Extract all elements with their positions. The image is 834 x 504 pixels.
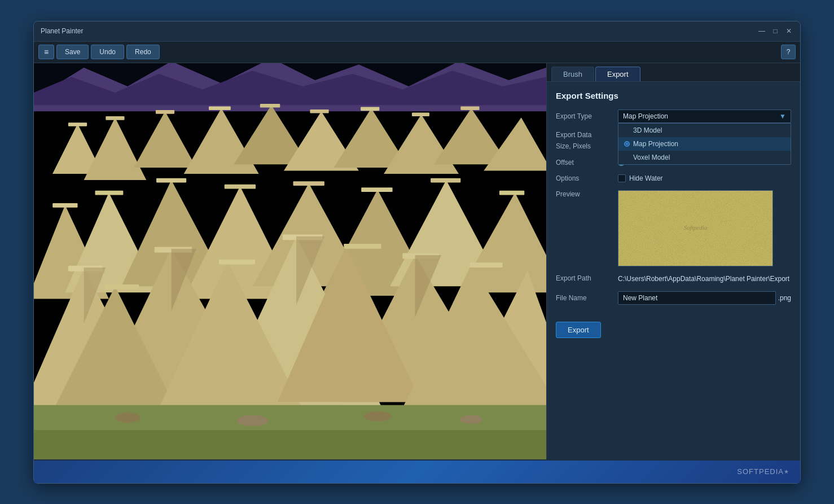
terrain-canvas bbox=[34, 63, 546, 459]
dropdown-item-label: Voxel Model bbox=[633, 154, 670, 161]
preview-watermark-text: Softpedia bbox=[684, 224, 708, 231]
radio-empty bbox=[624, 128, 630, 133]
preview-box: Softpedia bbox=[618, 190, 773, 266]
title-bar: Planet Painter — □ ✕ bbox=[34, 21, 800, 42]
taskbar: SOFTPEDIA★ bbox=[34, 461, 800, 483]
svg-rect-22 bbox=[412, 112, 429, 116]
svg-rect-17 bbox=[156, 110, 174, 114]
svg-point-64 bbox=[237, 415, 268, 426]
dropdown-value-text: Map Projection bbox=[623, 112, 668, 120]
svg-rect-15 bbox=[68, 122, 87, 126]
svg-rect-38 bbox=[431, 178, 460, 182]
dropdown-item-label: 3D Model bbox=[633, 126, 662, 134]
export-path-value: C:\Users\Robert\AppData\Roaming\Planet P… bbox=[618, 275, 789, 283]
svg-rect-35 bbox=[225, 184, 256, 189]
viewport bbox=[34, 63, 546, 459]
svg-rect-16 bbox=[106, 116, 124, 120]
minimize-button[interactable]: — bbox=[757, 27, 766, 36]
svg-rect-62 bbox=[34, 430, 546, 459]
svg-marker-6 bbox=[84, 117, 147, 180]
softpedia-star: ★ bbox=[784, 468, 789, 475]
svg-rect-33 bbox=[95, 190, 124, 195]
export-type-dropdown[interactable]: Map Projection ▼ 3D Model Map bbox=[618, 109, 791, 123]
options-label: Options bbox=[556, 174, 618, 182]
window-title: Planet Painter bbox=[41, 27, 757, 35]
menu-button[interactable]: ≡ bbox=[38, 45, 54, 59]
svg-point-65 bbox=[364, 411, 392, 421]
hide-water-checkbox[interactable] bbox=[618, 174, 626, 182]
options-row: Options Hide Water bbox=[556, 174, 791, 182]
close-button[interactable]: ✕ bbox=[784, 27, 793, 36]
svg-rect-20 bbox=[310, 109, 328, 113]
svg-rect-54 bbox=[219, 259, 255, 264]
hide-water-option: Hide Water bbox=[618, 174, 791, 182]
dropdown-item-voxel-model[interactable]: Voxel Model bbox=[618, 151, 791, 164]
file-name-label: File Name bbox=[556, 294, 618, 302]
export-path-content: C:\Users\Robert\AppData\Roaming\Planet P… bbox=[618, 274, 791, 284]
undo-button[interactable]: Undo bbox=[91, 45, 124, 59]
right-panel: Brush Export Export Settings Export Type… bbox=[546, 63, 800, 459]
svg-rect-19 bbox=[260, 103, 280, 107]
file-extension: .png bbox=[778, 294, 791, 302]
softpedia-label: SOFTPEDIA bbox=[737, 467, 784, 476]
app-window: Planet Painter — □ ✕ ≡ Save Undo Redo ? bbox=[33, 21, 801, 484]
export-data-label: Export Data bbox=[556, 131, 618, 139]
toolbar: ≡ Save Undo Redo ? bbox=[34, 42, 800, 63]
redo-button[interactable]: Redo bbox=[126, 45, 160, 59]
hide-water-label: Hide Water bbox=[629, 174, 663, 182]
svg-rect-39 bbox=[499, 190, 524, 195]
size-pixels-label: Size, Pixels bbox=[556, 142, 618, 150]
dropdown-list: 3D Model Map Projection Voxel Model bbox=[618, 123, 791, 165]
filename-row: .png bbox=[618, 291, 791, 305]
svg-point-63 bbox=[115, 412, 140, 422]
window-controls: — □ ✕ bbox=[757, 27, 793, 36]
svg-rect-36 bbox=[293, 181, 324, 186]
export-settings-title: Export Settings bbox=[556, 91, 791, 100]
offset-label: Offset bbox=[556, 159, 618, 166]
tab-export[interactable]: Export bbox=[595, 67, 640, 81]
svg-rect-53 bbox=[104, 284, 139, 289]
preview-svg: Softpedia bbox=[618, 191, 772, 266]
export-panel: Export Settings Export Type Map Projecti… bbox=[547, 82, 800, 459]
svg-rect-21 bbox=[361, 107, 379, 111]
tab-bar: Brush Export bbox=[547, 63, 800, 82]
svg-marker-7 bbox=[134, 111, 196, 168]
dropdown-item-3d-model[interactable]: 3D Model bbox=[618, 124, 791, 137]
save-button[interactable]: Save bbox=[56, 45, 89, 59]
dropdown-item-map-projection[interactable]: Map Projection bbox=[618, 137, 791, 151]
svg-rect-56 bbox=[470, 262, 503, 268]
export-type-row: Export Type Map Projection ▼ 3D Model bbox=[556, 109, 791, 123]
preview-row: Preview bbox=[556, 190, 791, 266]
export-path-row: Export Path C:\Users\Robert\AppData\Roam… bbox=[556, 274, 791, 284]
options-content: Hide Water bbox=[618, 174, 791, 182]
tab-brush[interactable]: Brush bbox=[551, 67, 594, 81]
radio-dot bbox=[624, 141, 630, 147]
dropdown-arrow-icon: ▼ bbox=[779, 112, 786, 120]
preview-content: Softpedia bbox=[618, 190, 791, 266]
export-type-label: Export Type bbox=[556, 112, 618, 120]
dropdown-item-label: Map Projection bbox=[633, 140, 678, 148]
maximize-button[interactable]: □ bbox=[771, 27, 780, 36]
radio-empty bbox=[624, 155, 630, 160]
svg-rect-32 bbox=[52, 203, 77, 208]
file-name-input[interactable] bbox=[618, 291, 776, 305]
export-button[interactable]: Export bbox=[556, 322, 601, 338]
help-button[interactable]: ? bbox=[781, 45, 796, 59]
svg-rect-34 bbox=[156, 178, 186, 182]
dropdown-selected-value[interactable]: Map Projection ▼ bbox=[618, 109, 791, 123]
export-path-label: Export Path bbox=[556, 274, 618, 282]
preview-label: Preview bbox=[556, 190, 618, 198]
svg-rect-55 bbox=[344, 243, 381, 248]
file-name-row: File Name .png bbox=[556, 291, 791, 305]
svg-rect-23 bbox=[460, 106, 479, 110]
file-name-content: .png bbox=[618, 291, 791, 305]
svg-point-66 bbox=[460, 415, 482, 424]
svg-rect-37 bbox=[361, 187, 392, 192]
export-type-content: Map Projection ▼ 3D Model Map bbox=[618, 109, 791, 123]
svg-rect-18 bbox=[209, 106, 231, 110]
main-area: Brush Export Export Settings Export Type… bbox=[34, 63, 800, 459]
